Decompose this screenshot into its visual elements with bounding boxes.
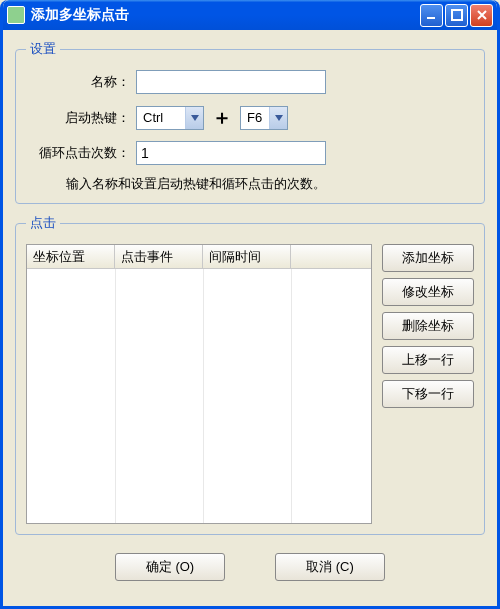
chevron-down-icon[interactable]: [185, 107, 203, 129]
dialog-window: 添加多坐标点击 设置 名称： 启动热键： Ctrl: [0, 0, 500, 609]
minimize-button[interactable]: [420, 4, 443, 27]
edit-coord-button[interactable]: 修改坐标: [382, 278, 474, 306]
moveup-button[interactable]: 上移一行: [382, 346, 474, 374]
app-icon: [7, 6, 25, 24]
side-buttons: 添加坐标 修改坐标 删除坐标 上移一行 下移一行: [382, 244, 474, 524]
loop-input[interactable]: [136, 141, 326, 165]
footer-buttons: 确定 (O) 取消 (C): [15, 553, 485, 581]
close-button[interactable]: [470, 4, 493, 27]
hotkey-label: 启动热键：: [26, 109, 136, 127]
window-controls: [420, 4, 493, 27]
svg-rect-0: [427, 17, 435, 19]
settings-legend: 设置: [26, 40, 60, 58]
row-hotkey: 启动热键： Ctrl ＋ F6: [26, 104, 474, 131]
hotkey-key-combo[interactable]: F6: [240, 106, 288, 130]
client-area: 设置 名称： 启动热键： Ctrl ＋ F6: [3, 30, 497, 593]
click-group: 点击 坐标位置 点击事件 间隔时间 添加坐标 修改坐: [15, 214, 485, 535]
name-label: 名称：: [26, 73, 136, 91]
table-body[interactable]: [27, 269, 371, 523]
coord-table[interactable]: 坐标位置 点击事件 间隔时间: [26, 244, 372, 524]
maximize-button[interactable]: [445, 4, 468, 27]
hotkey-key-value: F6: [241, 110, 269, 125]
plus-icon: ＋: [212, 104, 232, 131]
table-header: 坐标位置 点击事件 间隔时间: [27, 245, 371, 269]
row-loop: 循环点击次数：: [26, 141, 474, 165]
loop-label: 循环点击次数：: [26, 144, 136, 162]
row-name: 名称：: [26, 70, 474, 94]
hotkey-modifier-combo[interactable]: Ctrl: [136, 106, 204, 130]
settings-group: 设置 名称： 启动热键： Ctrl ＋ F6: [15, 40, 485, 204]
delete-coord-button[interactable]: 删除坐标: [382, 312, 474, 340]
chevron-down-icon[interactable]: [269, 107, 287, 129]
name-input[interactable]: [136, 70, 326, 94]
hotkey-modifier-value: Ctrl: [137, 110, 185, 125]
window-title: 添加多坐标点击: [31, 6, 420, 24]
col-interval[interactable]: 间隔时间: [203, 245, 291, 268]
settings-hint: 输入名称和设置启动热键和循环点击的次数。: [66, 175, 474, 193]
click-area: 坐标位置 点击事件 间隔时间 添加坐标 修改坐标 删除坐标 上移一行 下: [26, 244, 474, 524]
titlebar[interactable]: 添加多坐标点击: [3, 0, 497, 30]
col-event[interactable]: 点击事件: [115, 245, 203, 268]
col-position[interactable]: 坐标位置: [27, 245, 115, 268]
svg-rect-1: [452, 10, 462, 20]
ok-button[interactable]: 确定 (O): [115, 553, 225, 581]
click-legend: 点击: [26, 214, 60, 232]
add-coord-button[interactable]: 添加坐标: [382, 244, 474, 272]
movedown-button[interactable]: 下移一行: [382, 380, 474, 408]
cancel-button[interactable]: 取消 (C): [275, 553, 385, 581]
